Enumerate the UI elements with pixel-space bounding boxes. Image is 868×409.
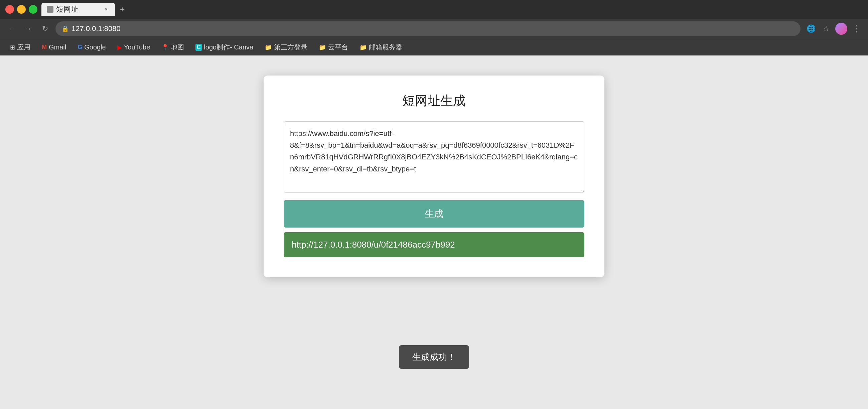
window-controls xyxy=(5,5,37,14)
forward-button[interactable]: → xyxy=(22,22,35,35)
close-window-button[interactable] xyxy=(5,5,14,14)
minimize-window-button[interactable] xyxy=(17,5,26,14)
menu-icon: ⋮ xyxy=(852,24,861,34)
menu-button[interactable]: ⋮ xyxy=(850,22,863,35)
url-text: 127.0.0.1:8080 xyxy=(71,24,795,33)
title-bar: 短网址 × + xyxy=(0,0,868,19)
bookmark-third-party[interactable]: 📁 第三方登录 xyxy=(260,41,312,54)
toast-message: 生成成功！ xyxy=(399,345,469,369)
lock-icon: 🔒 xyxy=(61,25,69,32)
address-bar: ← → ↻ 🔒 127.0.0.1:8080 🌐 ☆ ⋮ xyxy=(0,19,868,39)
address-actions: 🌐 ☆ ⋮ xyxy=(805,22,863,35)
tab-favicon xyxy=(47,6,54,13)
result-box: http://127.0.0.1:8080/u/0f21486acc97b992 xyxy=(284,232,584,257)
url-bar[interactable]: 🔒 127.0.0.1:8080 xyxy=(56,21,801,36)
new-tab-button[interactable]: + xyxy=(116,3,128,15)
translate-icon: 🌐 xyxy=(807,24,815,33)
apps-icon: ⊞ xyxy=(10,44,15,51)
reload-button[interactable]: ↻ xyxy=(39,22,52,35)
tab-title: 短网址 xyxy=(56,4,78,14)
main-card: 短网址生成 https://www.baidu.com/s?ie=utf-8&f… xyxy=(264,75,604,277)
folder-icon-2: 📁 xyxy=(319,44,326,51)
bookmark-google[interactable]: G Google xyxy=(73,41,111,53)
maps-icon: 📍 xyxy=(161,44,169,51)
back-button[interactable]: ← xyxy=(5,22,18,35)
bookmarks-bar: ⊞ 应用 M Gmail G Google ▶ YouTube 📍 地图 C l… xyxy=(0,39,868,56)
bookmark-canva[interactable]: C logo制作- Canva xyxy=(191,41,258,54)
gmail-icon: M xyxy=(42,44,47,51)
bookmark-maps-label: 地图 xyxy=(171,43,184,52)
bookmark-mail-server[interactable]: 📁 邮箱服务器 xyxy=(355,41,407,54)
bookmark-google-label: Google xyxy=(84,43,106,51)
bookmark-cloud-label: 云平台 xyxy=(328,43,348,52)
url-input[interactable]: https://www.baidu.com/s?ie=utf-8&f=8&rsv… xyxy=(284,121,584,193)
translate-button[interactable]: 🌐 xyxy=(805,22,817,35)
bookmark-apps[interactable]: ⊞ 应用 xyxy=(5,41,35,54)
folder-icon-1: 📁 xyxy=(265,44,272,51)
avatar[interactable] xyxy=(835,23,847,35)
google-icon: G xyxy=(78,44,82,51)
browser-chrome: 短网址 × + ← → ↻ 🔒 127.0.0.1:8080 🌐 xyxy=(0,0,868,56)
bookmark-maps[interactable]: 📍 地图 xyxy=(157,41,189,54)
generate-button[interactable]: 生成 xyxy=(284,200,584,227)
page-content: 短网址生成 https://www.baidu.com/s?ie=utf-8&f… xyxy=(0,56,868,409)
folder-icon-3: 📁 xyxy=(360,44,367,51)
bookmark-cloud[interactable]: 📁 云平台 xyxy=(314,41,353,54)
bookmark-button[interactable]: ☆ xyxy=(820,22,833,35)
canva-icon: C xyxy=(195,44,202,51)
youtube-icon: ▶ xyxy=(117,44,122,51)
tab-bar: 短网址 × + xyxy=(41,3,863,16)
active-tab[interactable]: 短网址 × xyxy=(41,3,115,16)
bookmark-apps-label: 应用 xyxy=(17,43,30,52)
bookmark-canva-label: logo制作- Canva xyxy=(204,43,253,52)
maximize-window-button[interactable] xyxy=(29,5,37,14)
bookmark-mail-server-label: 邮箱服务器 xyxy=(369,43,402,52)
bookmark-third-party-label: 第三方登录 xyxy=(274,43,307,52)
page-title: 短网址生成 xyxy=(284,92,584,109)
tab-close-button[interactable]: × xyxy=(103,6,110,13)
bookmark-gmail-label: Gmail xyxy=(49,43,66,51)
bookmark-youtube[interactable]: ▶ YouTube xyxy=(113,41,155,53)
star-icon: ☆ xyxy=(823,24,830,33)
bookmark-gmail[interactable]: M Gmail xyxy=(37,41,71,53)
bookmark-youtube-label: YouTube xyxy=(124,43,150,51)
result-url: http://127.0.0.1:8080/u/0f21486acc97b992 xyxy=(292,240,455,250)
